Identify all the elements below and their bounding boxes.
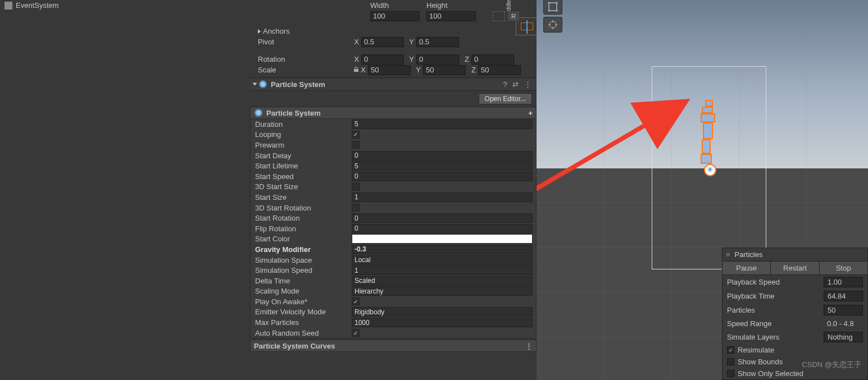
startspeed-field[interactable]	[352, 172, 533, 181]
startdelay-label: Start Delay	[255, 152, 352, 160]
looping-checkbox[interactable]: ✓	[352, 131, 360, 139]
scalemode-label: Scaling Mode	[255, 287, 352, 295]
prewarm-checkbox[interactable]	[352, 141, 360, 149]
duration-field[interactable]	[352, 120, 533, 129]
speed-range-label: Speed Range	[727, 319, 824, 328]
startcolor-label: Start Color	[255, 235, 352, 243]
scene-view[interactable]: ≡Particles Pause Restart Stop Playback S…	[537, 0, 868, 380]
pause-button[interactable]: Pause	[722, 262, 771, 274]
preset-icon[interactable]: ⇄	[512, 80, 519, 89]
stop-button[interactable]: Stop	[820, 262, 867, 274]
height-field[interactable]	[426, 11, 476, 21]
svg-point-1	[548, 2, 550, 4]
lock-icon[interactable]	[353, 66, 359, 74]
rot3d-checkbox[interactable]	[352, 204, 360, 212]
rotation-label: Rotation	[258, 55, 353, 63]
maxpart-field[interactable]	[352, 318, 533, 327]
simulate-layers-label: Simulate Layers	[727, 333, 824, 341]
svg-point-2	[556, 2, 558, 4]
add-module-icon[interactable]: +	[528, 109, 533, 117]
show-only-selected-label: Show Only Selected	[738, 369, 803, 378]
simulate-layers-dropdown[interactable]: Nothing	[824, 332, 863, 342]
rot-x[interactable]	[361, 54, 404, 65]
drag-handle-icon[interactable]: ≡	[726, 250, 730, 259]
gravity-field[interactable]	[352, 245, 533, 254]
emitvel-label: Emitter Velocity Mode	[255, 308, 352, 316]
startrot-field[interactable]	[352, 213, 533, 223]
prewarm-label: Prewarm	[255, 141, 352, 149]
rot-z[interactable]	[471, 54, 514, 65]
svg-point-3	[548, 10, 550, 12]
speed-range-value: 0.0 - 4.8	[824, 319, 863, 328]
scene-tool-panel	[543, 0, 562, 33]
foldout-arrow-icon	[258, 29, 261, 34]
gameobject-icon	[4, 2, 12, 10]
rot3d-label: 3D Start Rotation	[255, 204, 352, 212]
playback-speed-field[interactable]: 1.00	[824, 277, 863, 287]
startcolor-swatch[interactable]	[352, 234, 533, 244]
pivot-label: Pivot	[258, 38, 353, 46]
svg-rect-0	[549, 3, 557, 11]
help-icon[interactable]: ?	[503, 80, 507, 89]
scale-label: Scale	[258, 66, 353, 74]
particles-title: Particles	[735, 250, 763, 259]
startdelay-field[interactable]	[352, 151, 533, 161]
hierarchy-item-eventsystem[interactable]: EventSystem	[0, 0, 250, 11]
startsize-label: Start Size	[255, 193, 352, 202]
autoseed-label: Auto Random Seed	[255, 329, 352, 337]
simspeed-field[interactable]	[352, 265, 533, 275]
show-only-selected-checkbox[interactable]	[727, 370, 734, 377]
size3d-label: 3D Start Size	[255, 182, 352, 191]
show-bounds-checkbox[interactable]	[727, 358, 734, 365]
particlesystem-icon	[258, 80, 267, 89]
duration-label: Duration	[255, 120, 352, 129]
rot-y[interactable]	[416, 54, 459, 65]
pivot-x[interactable]	[361, 37, 404, 47]
blueprint-mode-icon[interactable]	[493, 11, 505, 21]
startsize-field[interactable]	[352, 193, 533, 202]
component-header-particlesystem[interactable]: Particle System ? ⇄ ⋮	[250, 77, 537, 91]
playback-time-label: Playback Time	[727, 292, 824, 300]
module-header-main[interactable]: Particle System +	[250, 107, 537, 119]
playawake-label: Play On Awake*	[255, 297, 352, 306]
watermark: CSDN @失恋王子	[802, 360, 861, 370]
width-field[interactable]	[370, 11, 420, 21]
startlife-field[interactable]	[352, 161, 533, 171]
pivot-y[interactable]	[416, 37, 459, 47]
deltatime-label: Delta Time	[255, 277, 352, 285]
scale-x[interactable]	[368, 65, 411, 75]
transform-tool-button[interactable]	[543, 17, 562, 33]
rect-tool-button[interactable]	[543, 0, 562, 15]
simspace-dropdown[interactable]: Local	[352, 255, 533, 265]
restart-button[interactable]: Restart	[771, 262, 819, 274]
scalemode-dropdown[interactable]: Hierarchy	[352, 286, 533, 296]
ps-curves-header[interactable]: Particle System Curves ⋮	[250, 340, 537, 352]
simspeed-label: Simulation Speed	[255, 266, 352, 274]
gravity-label: Gravity Modifier	[255, 245, 352, 254]
foldout-arrow-icon	[253, 83, 257, 86]
autoseed-checkbox[interactable]: ✓	[352, 329, 360, 337]
resimulate-label: Resimulate	[738, 346, 774, 354]
playawake-checkbox[interactable]: ✓	[352, 297, 360, 305]
menu-icon[interactable]: ⋮	[525, 342, 533, 350]
startlife-label: Start Lifetime	[255, 162, 352, 170]
particles-count-value: 50	[824, 305, 863, 315]
deltatime-dropdown[interactable]: Scaled	[352, 276, 533, 286]
scale-z[interactable]	[478, 65, 521, 75]
size3d-checkbox[interactable]	[352, 183, 360, 191]
raw-edit-button[interactable]: R	[507, 11, 520, 21]
fliprot-label: Flip Rotation	[255, 225, 352, 233]
open-editor-button[interactable]: Open Editor...	[479, 93, 532, 104]
playback-time-field[interactable]: 64.84	[824, 291, 863, 301]
ps-module-main: Duration Looping✓ Prewarm Start Delay St…	[250, 119, 537, 338]
emitvel-dropdown[interactable]: Rigidbody	[352, 307, 533, 317]
menu-icon[interactable]: ⋮	[524, 80, 531, 89]
particlesystem-icon	[254, 108, 263, 117]
show-bounds-label: Show Bounds	[738, 358, 783, 366]
resimulate-checkbox[interactable]: ✓	[727, 346, 734, 354]
fliprot-field[interactable]	[352, 224, 533, 234]
anchors-foldout[interactable]: Anchors	[250, 26, 537, 36]
playback-speed-label: Playback Speed	[727, 278, 824, 286]
scale-y[interactable]	[423, 65, 466, 75]
emitter-gizmo[interactable]	[704, 164, 716, 176]
